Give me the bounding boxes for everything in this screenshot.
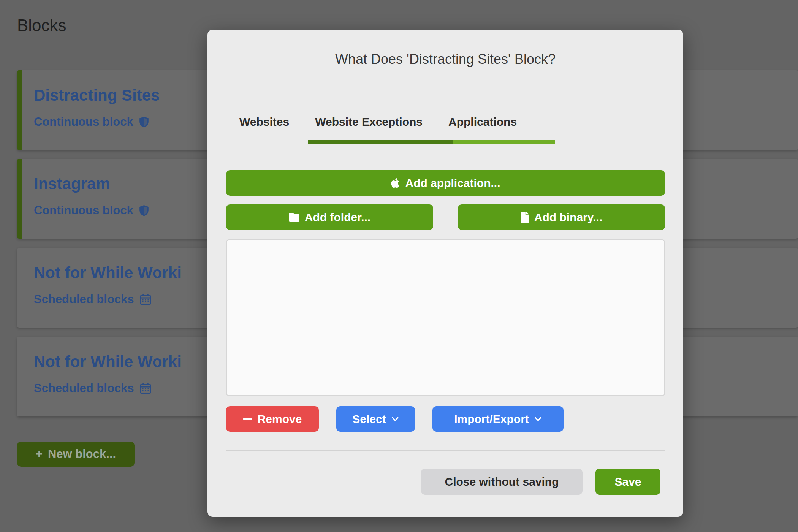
new-block-button[interactable]: + New block...	[17, 442, 135, 467]
dialog-title: What Does 'Distracting Sites' Block?	[207, 51, 683, 67]
block-type-label: Continuous block	[34, 115, 133, 129]
remove-label: Remove	[258, 413, 302, 426]
chevron-down-icon	[391, 416, 399, 422]
close-without-saving-label: Close without saving	[445, 475, 559, 488]
tab-websites[interactable]: Websites	[239, 116, 289, 128]
import-export-dropdown-button[interactable]: Import/Export	[432, 406, 564, 432]
file-icon	[521, 212, 529, 223]
tab-bar: Websites Website Exceptions Applications	[239, 116, 517, 128]
shield-icon	[139, 116, 149, 128]
page-title: Blocks	[17, 16, 66, 35]
select-dropdown-button[interactable]: Select	[336, 406, 415, 432]
add-application-label: Add application...	[405, 177, 500, 190]
calendar-icon	[140, 383, 151, 394]
folder-icon	[289, 213, 299, 222]
block-type-label: Continuous block	[34, 204, 133, 217]
chevron-down-icon	[534, 416, 542, 422]
add-application-button[interactable]: Add application...	[226, 170, 665, 196]
divider	[226, 87, 665, 87]
minus-icon	[243, 418, 252, 420]
add-folder-label: Add folder...	[305, 211, 370, 224]
close-without-saving-button[interactable]: Close without saving	[421, 469, 583, 495]
block-type-label: Scheduled blocks	[34, 293, 134, 306]
tab-underline	[308, 140, 555, 144]
application-list[interactable]	[226, 239, 665, 396]
import-export-label: Import/Export	[454, 413, 529, 426]
block-settings-dialog: What Does 'Distracting Sites' Block? Web…	[207, 30, 683, 517]
new-block-label: New block...	[48, 447, 116, 461]
tab-underline-secondary-segment	[453, 140, 555, 144]
apple-icon	[391, 177, 400, 188]
remove-button[interactable]: Remove	[226, 406, 319, 432]
add-folder-button[interactable]: Add folder...	[226, 204, 433, 230]
tab-applications[interactable]: Applications	[448, 116, 517, 128]
block-type-label: Scheduled blocks	[34, 382, 134, 395]
divider	[226, 450, 665, 451]
shield-icon	[139, 205, 149, 216]
tab-website-exceptions[interactable]: Website Exceptions	[315, 116, 423, 128]
add-binary-label: Add binary...	[534, 211, 602, 224]
add-binary-button[interactable]: Add binary...	[458, 204, 665, 230]
select-label: Select	[352, 413, 386, 426]
plus-icon: +	[36, 447, 43, 461]
tab-underline-active-segment	[308, 140, 453, 144]
save-button[interactable]: Save	[595, 469, 660, 495]
save-label: Save	[614, 475, 641, 488]
calendar-icon	[140, 294, 151, 305]
